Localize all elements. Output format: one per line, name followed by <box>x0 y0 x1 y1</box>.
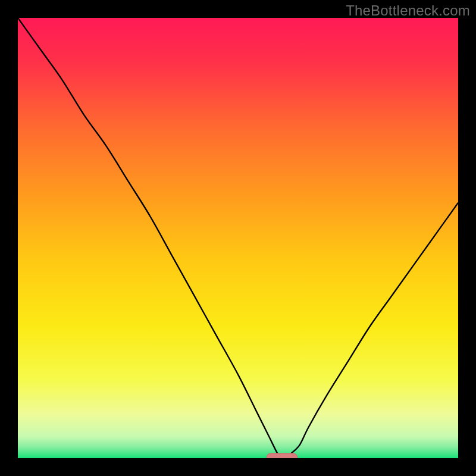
optimal-marker <box>267 453 298 458</box>
chart-svg <box>18 18 458 458</box>
gradient-background <box>18 18 458 458</box>
watermark-text: TheBottleneck.com <box>346 2 470 19</box>
plot-area <box>18 18 458 458</box>
chart-frame: TheBottleneck.com <box>0 0 476 476</box>
